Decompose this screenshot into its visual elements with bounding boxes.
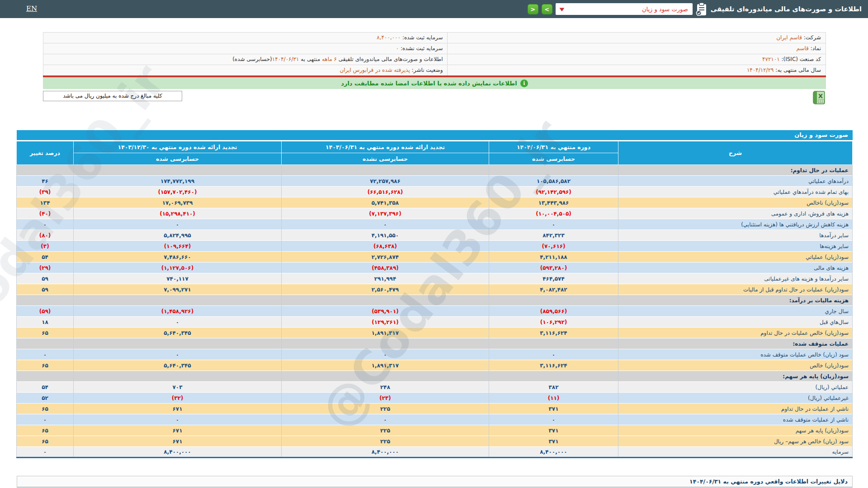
company-info-row: کد صنعت (ISIC): ۴۷۲۱۰۱اطلاعات و صورت‌های… <box>43 54 826 65</box>
company-info-cell: سرمایه ثبت شده: ۸,۴۰۰,۰۰۰ <box>43 33 447 43</box>
row-value-cell <box>17 295 74 306</box>
chevron-down-icon: ▼ <box>559 7 564 12</box>
field-label: سرمایه ثبت نشده: <box>399 45 443 52</box>
statement-select[interactable]: صورت سود و زیان ▼ <box>556 3 693 15</box>
signed-match-banner: i اطلاعات نمایش داده شده با اطلاعات امضا… <box>43 77 826 89</box>
next-statement-button[interactable]: > <box>542 4 552 14</box>
table-row: سود (زیان) خالص عملیات متوقف شده۰۰۰۰ <box>17 349 853 360</box>
row-label: سایر درآمدها <box>618 230 853 241</box>
row-value-cell <box>17 371 74 382</box>
previous-statement-button[interactable]: < <box>528 4 538 14</box>
row-value-cell: ۰ <box>489 219 618 230</box>
row-value-cell: (۳۹) <box>17 187 74 197</box>
company-info-cell: اطلاعات و صورت‌های مالی میاندوره‌ای تلفی… <box>43 54 447 65</box>
row-value-cell: ۲,۵۶۰,۴۷۹ <box>282 284 489 295</box>
row-value-cell: ۵,۸۲۴,۹۹۵ <box>74 230 282 241</box>
row-label: ناشي از عملیات متوقف شده <box>618 414 853 425</box>
row-value-cell: ۷۴۰,۱۱۷ <box>74 273 282 284</box>
row-value: ۰ <box>43 221 47 228</box>
table-row: سود (زیان) خالص هر سهم– ریال۳۷۱۲۲۵۶۷۱۶۵ <box>17 436 853 447</box>
row-value-cell: ۵۲ <box>17 393 74 404</box>
field-value: ۸,۴۰۰,۰۰۰ <box>377 34 401 41</box>
row-value: (۳۹) <box>39 189 51 195</box>
table-row: سود(زیان) خالص عملیات در حال تداوم۳,۱۱۶,… <box>17 328 853 338</box>
section-row: سود(زیان) پایه هر سهم: <box>17 371 853 382</box>
row-value: (۵۳۹,۹۰۱) <box>372 308 398 314</box>
row-value-cell: ۶۵ <box>17 425 74 436</box>
company-info-cell: سال مالی منتهی به: ۱۴۰۴/۱۲/۲۹ <box>447 65 826 76</box>
signed-match-text: اطلاعات نمایش داده شده با اطلاعات امضا ش… <box>341 80 517 87</box>
row-value-cell: ۸۴۲,۳۲۳ <box>489 230 618 241</box>
row-value: ۶۵ <box>42 362 48 369</box>
row-value: (۱۵,۲۹۸,۴۱۰) <box>160 211 195 217</box>
audit-status-mid: حسابرسی نشده <box>282 153 489 165</box>
row-label: سود(زیان) خالص <box>618 360 853 371</box>
row-label: هزینه کاهش ارزش دریافتني ها (هزینه استثن… <box>618 219 853 230</box>
row-value-cell: ۸,۴۰۰,۰۰۰ <box>282 447 489 458</box>
field-label: نماد: <box>809 45 821 52</box>
field-value: ۱۴۰۴/۱۲/۲۹ <box>747 67 774 73</box>
table-row: هزینه های مالی(۵۹۳,۲۸۰)(۴۵۸,۳۸۹)(۱,۱۲۷,۵… <box>17 263 853 273</box>
column-header-period-restated-mid: تجدید ارائه شده دوره منتهي به ۱۴۰۳/۰۶/۳۱ <box>282 141 489 153</box>
row-value: (۴۵۸,۳۸۹) <box>372 265 398 271</box>
row-value-cell: ۶۷۱ <box>74 436 282 447</box>
row-value-cell: ۶۷۱ <box>74 425 282 436</box>
row-label: هزینه مالیات بر درآمد: <box>618 295 853 306</box>
row-value-cell: ۱,۸۹۱,۳۱۷ <box>282 328 489 338</box>
row-value: ۵۴ <box>42 384 48 390</box>
reasons-section-header: دلایل تغییرات اطلاعات واقعي دوره منتهي ب… <box>17 476 853 487</box>
row-value-cell <box>489 338 618 349</box>
row-value: (۱۵۷,۷۰۲,۴۶۰) <box>158 189 197 195</box>
row-value-cell: ۰ <box>282 219 489 230</box>
field-label: سال مالی منتهی به: <box>774 67 821 73</box>
row-value-cell: (۵۹۳,۲۸۰) <box>489 263 618 273</box>
row-value: (۲۹) <box>39 265 51 271</box>
table-row: سایر درآمدها۸۴۲,۳۲۳۴,۱۹۱,۵۵۰۵,۸۲۴,۹۹۵(۸۰… <box>17 230 853 241</box>
row-value-cell: ۳۷۱ <box>489 436 618 447</box>
row-value-cell <box>17 338 74 349</box>
row-value-cell: ۳۸۲ <box>489 382 618 393</box>
row-value: ۳۷۱ <box>549 427 559 434</box>
row-value: ۰ <box>43 449 47 455</box>
row-value: ۱۳۴ <box>40 200 50 206</box>
row-label: سایر هزینه‌ها <box>618 241 853 252</box>
row-value-cell: ۰ <box>282 414 489 425</box>
row-value-cell: ۱,۸۹۱,۳۱۷ <box>282 360 489 371</box>
row-value-cell: (۱۵۷,۷۰۲,۴۶۰) <box>74 187 282 197</box>
row-value-cell: ۰ <box>489 414 618 425</box>
row-value-cell: ۱۸ <box>17 317 74 328</box>
row-value: ۰ <box>383 417 387 423</box>
table-row: سایر هزینه‌ها(۷۰,۶۱۶)(۶۸,۶۳۸)(۱۰۹,۶۶۴)(۳… <box>17 241 853 252</box>
row-value-cell: (۳۲) <box>74 393 282 404</box>
row-value: ۶۵ <box>42 406 48 412</box>
row-value: (۷,۱۳۷,۳۹۶) <box>369 211 401 217</box>
column-header-period-current: دوره منتهي به ۱۴۰۴/۰۶/۳۱ <box>489 141 618 153</box>
row-value-cell: ۳,۱۱۶,۶۲۴ <box>489 328 618 338</box>
row-value: (۷۰,۶۱۶) <box>542 243 565 249</box>
row-label: عملیاتي (ریال) <box>618 382 853 393</box>
row-value: (۱۲۹,۲۶۱) <box>372 319 398 325</box>
excel-export-icon[interactable]: X <box>811 89 828 106</box>
row-value-cell: (۴۵۸,۳۸۹) <box>282 263 489 273</box>
language-switch-link[interactable]: EN <box>26 5 37 13</box>
highlighted-text: ۱۴۰۴/۰۶/۳۱ <box>272 56 299 62</box>
row-value-cell <box>74 165 282 176</box>
row-value-cell: ۱۰۵,۵۸۶,۵۸۲ <box>489 176 618 187</box>
row-value-cell <box>489 371 618 382</box>
row-value-cell: (۸۵۹,۵۶۶) <box>489 306 618 317</box>
company-info-table: شرکت: قاسم ایرانسرمایه ثبت شده: ۸,۴۰۰,۰۰… <box>43 32 826 76</box>
table-row: بهای تمام شده درآمدهاي عملیاتي(۹۲,۱۴۲,۵۹… <box>17 187 853 197</box>
table-row: سود(زیان) عملیاتي۴,۲۱۱,۱۸۸۲,۷۲۶,۸۷۴۷,۴۸۶… <box>17 252 853 263</box>
row-value-cell: ۲,۷۲۶,۸۷۴ <box>282 252 489 263</box>
row-value: ۰ <box>176 417 179 423</box>
row-value-cell <box>74 338 282 349</box>
row-value-cell: ۰ <box>74 317 282 328</box>
table-row: سال‌هاي قبل(۱۰۶,۲۹۲)(۱۲۹,۲۶۱)۰۱۸ <box>17 317 853 328</box>
row-value: ۲۲۵ <box>380 406 390 412</box>
row-label: سود(زیان) پایه هر سهم <box>618 425 853 436</box>
plain-text: منتهی به <box>299 56 321 62</box>
row-value-cell: (۷,۱۳۷,۳۹۶) <box>282 208 489 219</box>
row-label: بهای تمام شده درآمدهاي عملیاتي <box>618 187 853 197</box>
row-value-cell: ۳,۱۱۶,۶۲۴ <box>489 360 618 371</box>
row-value-cell: ۵۹ <box>17 273 74 284</box>
